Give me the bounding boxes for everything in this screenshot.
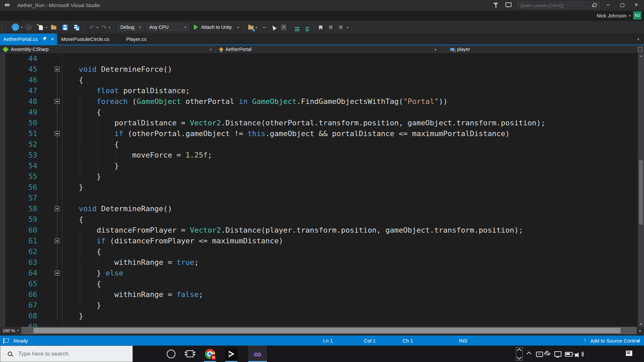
task-view-button[interactable] bbox=[182, 346, 197, 362]
undo-icon[interactable]: ↶ bbox=[89, 24, 95, 31]
code-line-47[interactable]: 47 float portalDistance; bbox=[0, 85, 637, 96]
redo-icon[interactable]: ↷ bbox=[101, 24, 107, 31]
redo-dropdown[interactable]: ▾ bbox=[109, 26, 110, 29]
save-all-icon[interactable] bbox=[73, 24, 80, 31]
background-tasks-icon[interactable] bbox=[4, 336, 9, 346]
code-line-49[interactable]: 49 { bbox=[0, 107, 637, 118]
source-control-expand-icon[interactable]: ▲ bbox=[637, 336, 640, 346]
fold-collapse-box[interactable] bbox=[55, 99, 60, 104]
open-folder-icon[interactable] bbox=[50, 24, 57, 31]
find-in-files-icon[interactable] bbox=[248, 24, 254, 31]
action-center-button[interactable] bbox=[626, 351, 632, 356]
close-tab-icon[interactable]: × bbox=[51, 37, 54, 42]
code-line-61[interactable]: 61 if (distanceFromPlayer <= maximumDist… bbox=[0, 236, 637, 246]
bookmark-icon[interactable] bbox=[317, 24, 324, 31]
project-dropdown-caret[interactable]: ▾ bbox=[210, 48, 212, 51]
code-line-63[interactable]: 63 withinRange = true; bbox=[0, 257, 637, 268]
code-line-64[interactable]: 64 } else bbox=[0, 268, 637, 279]
code-line-54[interactable]: 54 } bbox=[0, 161, 637, 171]
zoom-level-dropdown[interactable]: 150 % ▾ bbox=[0, 327, 21, 334]
navigate-back-icon[interactable]: ← bbox=[12, 23, 19, 31]
code-line-56[interactable]: 56 } bbox=[0, 182, 637, 193]
navigate-back-dropdown[interactable]: ▾ bbox=[21, 26, 22, 29]
tab-list-dropdown-icon[interactable]: ▼ bbox=[637, 38, 640, 41]
attach-to-unity-button[interactable]: Attach to Unity bbox=[201, 24, 232, 30]
unity-taskbar-button[interactable] bbox=[223, 346, 239, 362]
code-line-46[interactable]: 46 { bbox=[0, 75, 637, 85]
document-outline-icon[interactable] bbox=[280, 24, 287, 31]
quick-launch-box[interactable] bbox=[517, 1, 600, 9]
collapse-icon[interactable] bbox=[261, 24, 268, 31]
code-line-48[interactable]: 48 foreach (GameObject otherPortal in Ga… bbox=[0, 96, 637, 107]
user-name[interactable]: Nick Johnson bbox=[596, 13, 627, 18]
comment-lines-icon[interactable] bbox=[304, 24, 311, 31]
code-line-68[interactable]: 68 } bbox=[0, 311, 637, 321]
code-line-51[interactable]: 51 if (otherPortal.gameObject != this.ga… bbox=[0, 128, 637, 139]
code-line-45[interactable]: 45 void DetermineForce() bbox=[0, 64, 637, 75]
tab-aetherportal-cs[interactable]: AetherPortal.cs× bbox=[0, 34, 57, 45]
fold-collapse-box[interactable] bbox=[55, 67, 60, 72]
code-line-69[interactable]: 69 bbox=[0, 321, 637, 327]
tab-movepustulecircle-cs[interactable]: MovePustuleCircle.cs bbox=[57, 34, 120, 45]
fold-collapse-box[interactable] bbox=[55, 270, 60, 276]
horizontal-scrollbar-thumb[interactable] bbox=[34, 328, 621, 333]
onedrive-offline-icon[interactable] bbox=[544, 352, 550, 355]
code-line-60[interactable]: 60 distanceFromPlayer = Vector2.Distance… bbox=[0, 225, 637, 236]
fold-collapse-box[interactable] bbox=[55, 131, 60, 136]
code-line-44[interactable]: 44 bbox=[0, 53, 637, 64]
code-line-52[interactable]: 52 { bbox=[0, 139, 637, 150]
navigate-cursor-icon[interactable] bbox=[270, 24, 277, 31]
toolbar-grip[interactable] bbox=[1, 24, 3, 30]
tab-player-cs[interactable]: Player.cs bbox=[120, 34, 161, 45]
network-icon[interactable] bbox=[554, 351, 561, 357]
volume-icon[interactable] bbox=[575, 352, 577, 358]
code-line-59[interactable]: 59 { bbox=[0, 214, 637, 225]
restore-button[interactable] bbox=[616, 0, 628, 9]
fold-collapse-box[interactable] bbox=[55, 238, 60, 243]
attach-dropdown[interactable]: ▾ bbox=[237, 26, 239, 29]
project-dropdown[interactable]: Assembly-CSharp bbox=[3, 45, 49, 53]
close-button[interactable]: × bbox=[631, 0, 642, 9]
code-line-62[interactable]: 62 { bbox=[0, 246, 637, 257]
new-file-dropdown[interactable]: ▾ bbox=[46, 26, 47, 29]
vertical-scrollbar-thumb[interactable] bbox=[639, 160, 643, 225]
code-line-65[interactable]: 65 { bbox=[0, 279, 637, 289]
camera-tray-icon[interactable] bbox=[536, 352, 543, 357]
split-document-icon[interactable] bbox=[638, 47, 643, 52]
code-line-57[interactable]: 57 bbox=[0, 193, 637, 203]
solution-configuration-dropdown[interactable]: Debug▾ bbox=[117, 23, 143, 31]
fold-collapse-box[interactable] bbox=[55, 206, 60, 211]
battery-icon[interactable] bbox=[565, 352, 573, 357]
chrome-taskbar-button[interactable]: N bbox=[202, 346, 218, 362]
new-file-icon[interactable]: ✶ bbox=[38, 24, 44, 31]
send-feedback-icon[interactable] bbox=[505, 2, 512, 7]
scroll-down-icon[interactable]: ▼ bbox=[638, 321, 644, 327]
scroll-right-icon[interactable]: ▸ bbox=[637, 327, 643, 334]
pin-tab-icon[interactable] bbox=[43, 36, 47, 42]
add-to-source-control-button[interactable]: Add to Source Control bbox=[590, 336, 640, 346]
find-dropdown[interactable]: ▾ bbox=[256, 26, 257, 29]
save-icon[interactable] bbox=[62, 24, 68, 31]
scroll-up-icon[interactable]: ▲ bbox=[638, 53, 644, 59]
code-line-67[interactable]: 67 } bbox=[0, 300, 637, 311]
code-line-55[interactable]: 55 } bbox=[0, 171, 637, 182]
notifications-filter-icon[interactable] bbox=[493, 3, 498, 5]
undo-dropdown[interactable]: ▾ bbox=[97, 26, 98, 29]
code-line-53[interactable]: 53 moveForce = 1.25f; bbox=[0, 150, 637, 161]
code-line-58[interactable]: 58 void DetermineRange() bbox=[0, 203, 637, 214]
previous-bookmark-icon[interactable] bbox=[327, 24, 334, 31]
next-bookmark-icon[interactable] bbox=[337, 24, 344, 31]
minimize-button[interactable]: – bbox=[602, 0, 614, 9]
start-debug-icon[interactable] bbox=[194, 24, 198, 30]
tray-scroll-control[interactable] bbox=[516, 347, 523, 361]
avatar[interactable]: NJ bbox=[633, 11, 641, 19]
solution-platform-dropdown[interactable]: Any CPU▾ bbox=[146, 23, 189, 31]
visual-studio-taskbar-button[interactable]: ∞ bbox=[248, 346, 267, 362]
code-line-50[interactable]: 50 portalDistance = Vector2.Distance(oth… bbox=[0, 118, 637, 128]
code-line-66[interactable]: 66 withinRange = false; bbox=[0, 289, 637, 300]
cortana-button[interactable] bbox=[164, 346, 178, 362]
taskbar-search-input[interactable] bbox=[17, 350, 132, 358]
type-dropdown-caret[interactable]: ▾ bbox=[435, 48, 436, 51]
toolbar-options-dropdown[interactable]: ▾ bbox=[347, 26, 348, 29]
type-dropdown[interactable]: AetherPortal bbox=[219, 45, 252, 53]
